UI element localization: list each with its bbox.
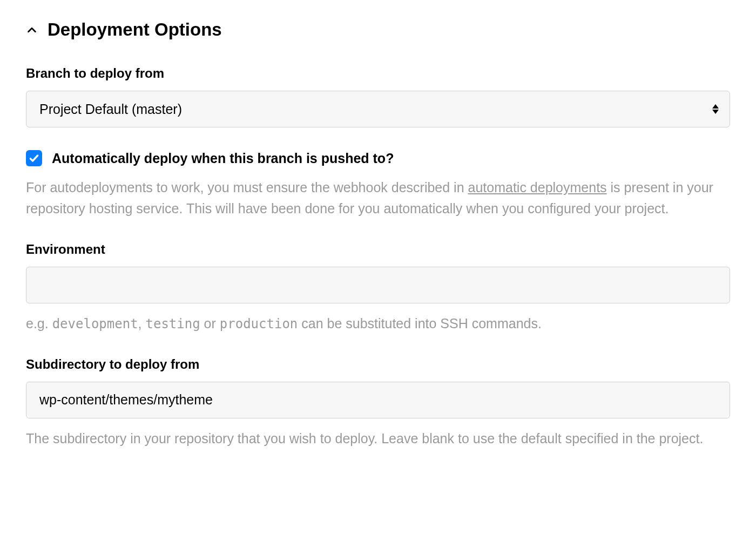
branch-field-group: Branch to deploy from Project Default (m… <box>26 66 730 127</box>
autodeploy-help-before: For autodeployments to work, you must en… <box>26 180 468 195</box>
environment-field-group: Environment e.g. development, testing or… <box>26 242 730 334</box>
autodeploy-label[interactable]: Automatically deploy when this branch is… <box>52 151 394 166</box>
autodeploy-checkbox-row: Automatically deploy when this branch is… <box>26 150 730 166</box>
environment-help-before: e.g. <box>26 316 52 331</box>
environment-help-text: e.g. development, testing or production … <box>26 313 730 334</box>
environment-label: Environment <box>26 242 730 257</box>
autodeploy-help-text: For autodeployments to work, you must en… <box>26 177 730 219</box>
environment-help-code3: production <box>220 316 298 331</box>
section-title: Deployment Options <box>48 19 222 40</box>
subdirectory-input[interactable] <box>26 382 730 418</box>
branch-label: Branch to deploy from <box>26 66 730 81</box>
environment-help-sep1: , <box>138 316 146 331</box>
autodeploy-checkbox[interactable] <box>26 150 42 166</box>
automatic-deployments-link[interactable]: automatic deployments <box>468 180 607 195</box>
environment-input[interactable] <box>26 267 730 303</box>
environment-help-sep2: or <box>200 316 220 331</box>
branch-select-wrapper: Project Default (master) <box>26 91 730 127</box>
subdirectory-field-group: Subdirectory to deploy from The subdirec… <box>26 357 730 449</box>
subdirectory-help-text: The subdirectory in your repository that… <box>26 428 730 449</box>
subdirectory-label: Subdirectory to deploy from <box>26 357 730 372</box>
environment-help-after: can be substituted into SSH commands. <box>298 316 542 331</box>
autodeploy-field-group: Automatically deploy when this branch is… <box>26 150 730 219</box>
check-icon <box>29 153 39 164</box>
chevron-up-icon <box>26 24 38 36</box>
branch-select[interactable]: Project Default (master) <box>26 91 730 127</box>
environment-help-code1: development <box>52 316 138 331</box>
section-header[interactable]: Deployment Options <box>26 19 730 40</box>
environment-help-code2: testing <box>146 316 200 331</box>
